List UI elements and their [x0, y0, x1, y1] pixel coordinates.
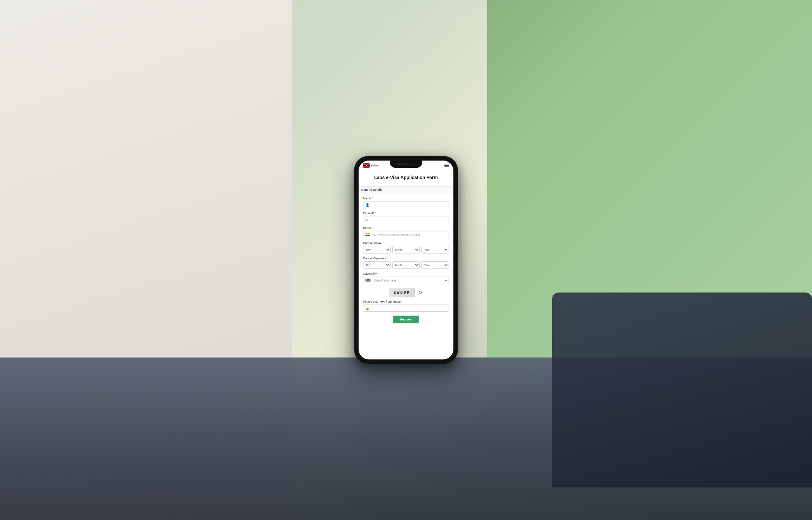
- phone-input[interactable]: [372, 231, 449, 238]
- phone-device: eVisa Laos e-Visa Application Form Gener…: [354, 156, 458, 364]
- nationality-field-group: Nationality * 🏴 Select Nationality: [363, 272, 449, 284]
- captcha-area: pw699 ↻: [363, 288, 449, 297]
- captcha-input-group: Please enter text from Image* 🔒: [363, 300, 449, 312]
- phone-input-wrapper: [363, 231, 449, 238]
- email-input[interactable]: [370, 216, 449, 223]
- nationality-required-star: *: [378, 272, 379, 275]
- name-label: Name *: [363, 197, 449, 200]
- svg-point-2: [366, 165, 367, 166]
- phone-country-prefix: [363, 233, 372, 236]
- captcha-image: pw699: [389, 288, 415, 297]
- register-button[interactable]: Register: [393, 316, 419, 323]
- captcha-input-wrapper: 🔒: [363, 305, 449, 312]
- nav-logo-text: eVisa: [371, 164, 379, 167]
- captcha-input[interactable]: [371, 305, 449, 311]
- departure-year-select[interactable]: Year2024202520262027: [421, 261, 449, 269]
- svg-rect-3: [363, 166, 370, 168]
- departure-day-select[interactable]: Day1234567891011121314151617181920212223…: [363, 261, 391, 269]
- arrival-date-row: Day1234567891011121314151617181920212223…: [363, 246, 449, 254]
- lock-icon: 🔒: [363, 307, 371, 310]
- arrival-date-field-group: Date of Arrival * Day1234567891011121314…: [363, 241, 449, 254]
- svg-text:🏴: 🏴: [366, 279, 369, 282]
- nav-logo: eVisa: [363, 163, 379, 168]
- arrival-date-label: Date of Arrival *: [363, 241, 449, 245]
- arrival-year-select[interactable]: Year2024202520262027: [421, 246, 449, 254]
- name-field-group: Name * 👤: [363, 197, 449, 208]
- email-required-star: *: [375, 212, 376, 215]
- india-flag-icon: [365, 233, 370, 236]
- departure-date-field-group: Date of Departure * Day12345678910111213…: [363, 257, 449, 269]
- form-title: Laos e-Visa Application Form: [363, 175, 449, 180]
- email-label: Email ID *: [363, 212, 449, 215]
- name-input[interactable]: [371, 202, 449, 208]
- name-required-star: *: [372, 197, 373, 200]
- phone-screen: eVisa Laos e-Visa Application Form Gener…: [359, 160, 453, 360]
- arrival-month-select[interactable]: MonthJanuaryFebruaryMarchAprilMayJuneJul…: [392, 246, 420, 254]
- captcha-refresh-button[interactable]: ↻: [417, 290, 423, 295]
- menu-line-1: [444, 164, 449, 164]
- arrival-day-select[interactable]: Day1234567891011121314151617181920212223…: [363, 246, 391, 254]
- generic-flag-icon: 🏴: [365, 279, 371, 282]
- flag-green-strip: [365, 235, 370, 236]
- phone-notch: [390, 160, 422, 168]
- departure-date-row: Day1234567891011121314151617181920212223…: [363, 261, 449, 269]
- laos-flag-icon: [363, 163, 370, 168]
- person-icon: 👤: [363, 203, 371, 207]
- email-field-group: Email ID * ✉: [363, 212, 449, 223]
- email-input-wrapper: ✉: [363, 216, 449, 223]
- svg-rect-0: [363, 163, 370, 165]
- title-underline: [399, 182, 413, 182]
- hamburger-menu-icon[interactable]: [444, 164, 449, 167]
- phone-body: eVisa Laos e-Visa Application Form Gener…: [354, 156, 458, 364]
- phone-field-group: Phone *: [363, 227, 449, 238]
- departure-month-select[interactable]: MonthJanuaryFebruaryMarchAprilMayJuneJul…: [392, 261, 420, 269]
- departure-required-star: *: [387, 257, 389, 260]
- captcha-input-label: Please enter text from Image*: [363, 300, 449, 303]
- name-input-wrapper: 👤: [363, 201, 449, 208]
- form-scroll-area[interactable]: Laos e-Visa Application Form General Det…: [359, 170, 453, 360]
- nationality-flag-icon: 🏴: [363, 278, 372, 283]
- phone-speaker: [397, 163, 410, 165]
- phone-label: Phone *: [363, 227, 449, 230]
- nationality-wrapper: 🏴 Select Nationality Afghan Albanian Ame…: [363, 277, 449, 284]
- section-label-general: General Details: [359, 186, 453, 193]
- departure-date-label: Date of Departure *: [363, 257, 449, 260]
- arrival-required-star: *: [382, 241, 384, 245]
- nationality-select[interactable]: Select Nationality Afghan Albanian Ameri…: [372, 277, 449, 284]
- email-icon: ✉: [363, 218, 370, 222]
- menu-line-3: [444, 166, 449, 167]
- background-laptop: [552, 292, 812, 488]
- nationality-label: Nationality *: [363, 272, 449, 275]
- phone-required-star: *: [372, 227, 374, 230]
- menu-line-2: [444, 165, 449, 166]
- phone-camera: [413, 163, 415, 165]
